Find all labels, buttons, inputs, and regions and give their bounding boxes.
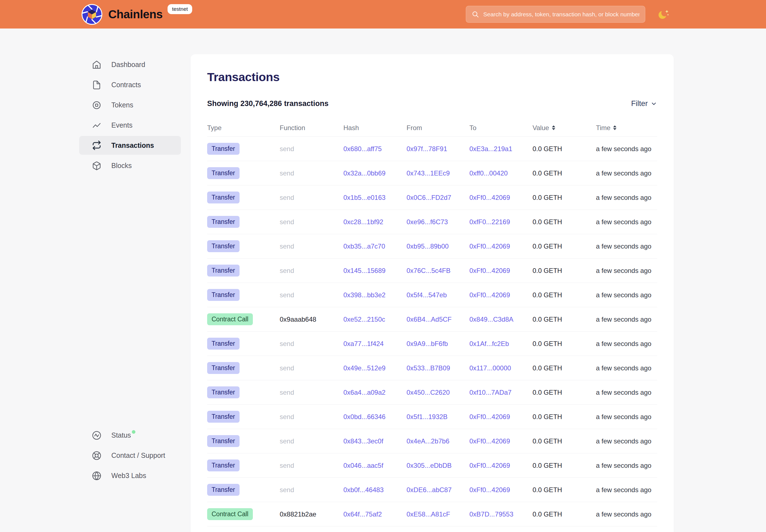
table-row: Transfer send 0x843...3ec0f 0x4eA...2b7b… (207, 429, 657, 453)
to-address-link[interactable]: 0xf10...7ADa7 (470, 389, 512, 396)
to-address-link[interactable]: 0x849...C3d8A (470, 316, 514, 323)
transaction-value: 0.0 GETH (533, 364, 562, 372)
from-address-link[interactable]: 0xb95...89b00 (407, 242, 449, 250)
to-address-link[interactable]: 0xB7D...79553 (470, 510, 514, 518)
sidebar-item-events[interactable]: Events (79, 115, 181, 135)
to-address-link[interactable]: 0x117...00000 (470, 364, 511, 372)
column-header-to: To (470, 124, 533, 132)
search-input[interactable] (483, 11, 639, 18)
transaction-hash-link[interactable]: 0xb0f...46483 (343, 486, 384, 494)
transaction-hash-link[interactable]: 0xb35...a7c70 (343, 242, 385, 250)
sidebar-item-tokens[interactable]: Tokens (79, 95, 181, 115)
function-label: send (280, 169, 294, 177)
dark-mode-toggle[interactable] (657, 8, 670, 21)
from-address-link[interactable]: 0x450...C2620 (407, 389, 450, 396)
testnet-badge: testnet (167, 4, 192, 14)
transaction-hash-link[interactable]: 0x49e...512e9 (343, 364, 386, 372)
transaction-time: a few seconds ago (596, 169, 651, 177)
chevron-down-icon (651, 100, 657, 107)
transaction-value: 0.0 GETH (533, 267, 562, 274)
transaction-hash-link[interactable]: 0x843...3ec0f (343, 437, 383, 445)
sort-icon[interactable] (552, 125, 555, 130)
function-label: send (280, 145, 294, 153)
transaction-time: a few seconds ago (596, 413, 651, 420)
from-address-link[interactable]: 0x5f4...547eb (407, 291, 447, 299)
transactions-count: Showing 230,764,286 transactions (207, 99, 328, 108)
to-address-link[interactable]: 0x1Af...fc2Eb (470, 340, 509, 347)
search-icon (472, 11, 479, 18)
transaction-hash-link[interactable]: 0xe52...2150c (343, 316, 385, 323)
column-header-time[interactable]: Time (596, 124, 657, 132)
table-row: Transfer send 0x145...15689 0x76C...5c4F… (207, 259, 657, 283)
filter-label: Filter (631, 99, 648, 108)
transaction-hash-link[interactable]: 0x046...aac5f (343, 462, 383, 469)
search-bar[interactable] (466, 6, 645, 23)
to-address-link[interactable]: 0xfF0...22169 (470, 218, 510, 226)
to-address-link[interactable]: 0xFf0...42069 (470, 437, 510, 445)
function-label: send (280, 340, 294, 347)
transaction-hash-link[interactable]: 0x680...aff75 (343, 145, 381, 153)
sidebar-item-web3-labs[interactable]: Web3 Labs (79, 466, 181, 486)
to-address-link[interactable]: 0xE3a...219a1 (470, 145, 512, 153)
to-address-link[interactable]: 0xff0...00420 (470, 169, 508, 177)
from-address-link[interactable]: 0xDE6...abC87 (407, 486, 452, 494)
sidebar-item-status[interactable]: Status (79, 425, 181, 445)
filter-button[interactable]: Filter (631, 99, 657, 108)
from-address-link[interactable]: 0x4eA...2b7b6 (407, 437, 450, 445)
brand-logo[interactable]: Chainlens (81, 4, 162, 25)
to-address-link[interactable]: 0xFf0...42069 (470, 291, 510, 299)
to-address-link[interactable]: 0xFf0...42069 (470, 267, 510, 274)
status-dot (132, 430, 135, 434)
to-address-link[interactable]: 0xFf0...42069 (470, 194, 510, 201)
to-address-link[interactable]: 0xFf0...42069 (470, 486, 510, 494)
sort-icon[interactable] (613, 125, 617, 130)
sidebar-item-blocks[interactable]: Blocks (79, 156, 181, 176)
from-address-link[interactable]: 0x305...eDbDB (407, 462, 452, 469)
transaction-hash-link[interactable]: 0xa77...1f424 (343, 340, 384, 347)
sidebar-item-transactions[interactable]: Transactions (79, 136, 181, 155)
from-address-link[interactable]: 0xE58...A81cF (407, 510, 450, 518)
transaction-time: a few seconds ago (596, 218, 651, 226)
table-row: Transfer send 0x32a...0bb69 0x743...1EEc… (207, 161, 657, 185)
sidebar-item-label: Web3 Labs (111, 472, 146, 480)
to-address-link[interactable]: 0xFf0...42069 (470, 413, 510, 420)
cube-icon (92, 161, 101, 171)
transaction-time: a few seconds ago (596, 291, 651, 299)
globe-icon (92, 471, 101, 481)
table-header-row: Type Function Hash From To Value Time (207, 119, 657, 137)
from-address-link[interactable]: 0x533...B7B09 (407, 364, 450, 372)
from-address-link[interactable]: 0x0C6...FD2d7 (407, 194, 451, 201)
transaction-hash-link[interactable]: 0x145...15689 (343, 267, 386, 274)
function-label: send (280, 267, 294, 274)
sidebar-item-contracts[interactable]: Contracts (79, 75, 181, 95)
from-address-link[interactable]: 0x5f1...1932B (407, 413, 448, 420)
from-address-link[interactable]: 0x9A9...bF6fb (407, 340, 448, 347)
from-address-link[interactable]: 0x76C...5c4FB (407, 267, 451, 274)
repeat-icon (92, 141, 101, 150)
transaction-hash-link[interactable]: 0x32a...0bb69 (343, 169, 386, 177)
to-address-link[interactable]: 0xFf0...42069 (470, 242, 510, 250)
from-address-link[interactable]: 0x97f...78F91 (407, 145, 447, 153)
transaction-value: 0.0 GETH (533, 486, 562, 494)
from-address-link[interactable]: 0xe96...f6C73 (407, 218, 448, 226)
transaction-hash-link[interactable]: 0x398...bb3e2 (343, 291, 386, 299)
transaction-hash-link[interactable]: 0x0bd...66346 (343, 413, 386, 420)
transaction-hash-link[interactable]: 0x1b5...e0163 (343, 194, 386, 201)
to-address-link[interactable]: 0xFf0...42069 (470, 462, 510, 469)
from-address-link[interactable]: 0x743...1EEc9 (407, 169, 450, 177)
sidebar-item-dashboard[interactable]: Dashboard (79, 55, 181, 75)
column-header-value[interactable]: Value (533, 124, 596, 132)
transaction-type-badge: Transfer (207, 143, 239, 155)
transaction-type-badge: Transfer (207, 435, 239, 447)
transaction-time: a few seconds ago (596, 145, 651, 153)
sidebar-item-contact-support[interactable]: Contact / Support (79, 445, 181, 466)
transaction-time: a few seconds ago (596, 267, 651, 274)
function-label: send (280, 413, 294, 420)
transaction-hash-link[interactable]: 0x64f...75af2 (343, 510, 382, 518)
transaction-time: a few seconds ago (596, 316, 651, 323)
transaction-hash-link[interactable]: 0xc28...1bf92 (343, 218, 383, 226)
transaction-value: 0.0 GETH (533, 291, 562, 299)
from-address-link[interactable]: 0x6B4...Ad5CF (407, 316, 452, 323)
function-label: send (280, 194, 294, 201)
transaction-hash-link[interactable]: 0x6a4...a09a2 (343, 389, 386, 396)
